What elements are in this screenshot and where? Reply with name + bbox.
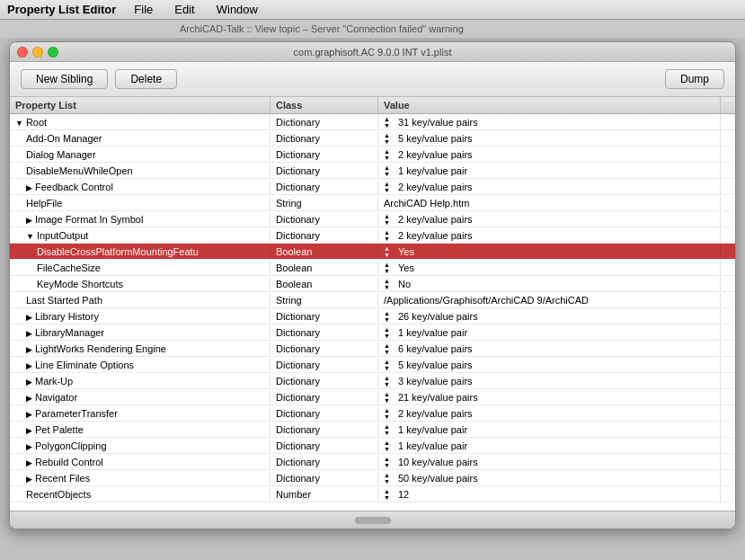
stepper-control[interactable]: ▲▼ bbox=[384, 342, 393, 355]
table-row[interactable]: ▶Image Format In SymbolDictionary▲▼2 key… bbox=[10, 211, 735, 227]
property-name-cell: KeyMode Shortcuts bbox=[10, 278, 271, 290]
property-name-cell: Add-On Manager bbox=[10, 132, 271, 145]
table-row[interactable]: KeyMode ShortcutsBoolean▲▼No bbox=[10, 276, 735, 292]
class-cell: Dictionary bbox=[271, 359, 378, 371]
table-row[interactable]: DisableMenuWhileOpenDictionary▲▼1 key/va… bbox=[10, 163, 735, 179]
stepper-control[interactable]: ▲▼ bbox=[384, 359, 393, 371]
menu-bar: Property List Editor File Edit Window bbox=[0, 0, 745, 20]
stepper-control[interactable]: ▲▼ bbox=[384, 213, 393, 226]
window-title: com.graphisoft.AC 9.0.0 INT v1.plist bbox=[17, 47, 728, 58]
stepper-control[interactable]: ▲▼ bbox=[384, 116, 393, 129]
property-name-cell: Dialog Manager bbox=[10, 148, 271, 161]
table-row[interactable]: Last Started PathString/Applications/Gra… bbox=[10, 292, 735, 308]
property-name-cell: DisableMenuWhileOpen bbox=[10, 164, 271, 177]
value-cell: ▲▼10 key/value pairs bbox=[378, 455, 721, 469]
stepper-control[interactable]: ▲▼ bbox=[384, 262, 393, 274]
table-row[interactable]: ▼InputOutputDictionary▲▼2 key/value pair… bbox=[10, 227, 735, 244]
dump-button[interactable]: Dump bbox=[665, 69, 724, 89]
table-row[interactable]: ▶Feedback ControlDictionary▲▼2 key/value… bbox=[10, 179, 735, 195]
stepper-control[interactable]: ▲▼ bbox=[384, 278, 393, 290]
value-cell: ▲▼5 key/value pairs bbox=[378, 358, 721, 372]
stepper-control[interactable]: ▲▼ bbox=[384, 181, 393, 193]
table-row[interactable]: ▶Mark-UpDictionary▲▼3 key/value pairs bbox=[10, 373, 735, 389]
value-cell: ▲▼2 key/value pairs bbox=[378, 147, 721, 162]
window-titlebar: com.graphisoft.AC 9.0.0 INT v1.plist bbox=[10, 42, 735, 62]
traffic-lights bbox=[17, 47, 58, 58]
class-cell: Dictionary bbox=[271, 472, 378, 484]
delete-button[interactable]: Delete bbox=[115, 69, 177, 89]
table-row[interactable]: DisableCrossPlatformMountingFeatuBoolean… bbox=[10, 244, 735, 260]
table-row[interactable]: ▶Library HistoryDictionary▲▼26 key/value… bbox=[10, 308, 735, 324]
table-row[interactable]: ▶Recent FilesDictionary▲▼50 key/value pa… bbox=[10, 470, 735, 486]
stepper-control[interactable]: ▲▼ bbox=[384, 375, 393, 387]
maximize-button[interactable] bbox=[48, 47, 58, 58]
expand-arrow-icon[interactable]: ▶ bbox=[26, 426, 32, 435]
stepper-control[interactable]: ▲▼ bbox=[384, 326, 393, 339]
expand-arrow-icon[interactable]: ▶ bbox=[26, 216, 32, 225]
stepper-control[interactable]: ▲▼ bbox=[384, 148, 393, 161]
table-row[interactable]: Dialog ManagerDictionary▲▼2 key/value pa… bbox=[10, 147, 735, 163]
stepper-control[interactable]: ▲▼ bbox=[384, 245, 393, 258]
menu-file[interactable]: File bbox=[130, 2, 156, 17]
property-name-cell: ▶Navigator bbox=[10, 391, 271, 404]
stepper-control[interactable]: ▲▼ bbox=[384, 164, 393, 177]
stepper-control[interactable]: ▲▼ bbox=[384, 229, 393, 242]
property-name-cell: FileCacheSize bbox=[10, 262, 271, 274]
new-sibling-button[interactable]: New Sibling bbox=[21, 69, 108, 89]
expand-arrow-icon[interactable]: ▶ bbox=[26, 361, 32, 370]
property-name-cell: DisableCrossPlatformMountingFeatu bbox=[10, 245, 271, 258]
property-list-table[interactable]: Property List Class Value ▼RootDictionar… bbox=[10, 97, 735, 511]
stepper-control[interactable]: ▲▼ bbox=[384, 407, 393, 420]
close-button[interactable] bbox=[17, 47, 28, 58]
expand-arrow-icon[interactable]: ▶ bbox=[26, 378, 32, 387]
expand-arrow-icon[interactable]: ▶ bbox=[26, 410, 32, 419]
menu-window[interactable]: Window bbox=[213, 2, 262, 17]
property-name-cell: Last Started Path bbox=[10, 294, 271, 307]
class-cell: String bbox=[271, 197, 378, 209]
expand-arrow-icon[interactable]: ▶ bbox=[26, 183, 32, 192]
table-row[interactable]: ▼RootDictionary▲▼31 key/value pairs bbox=[10, 114, 735, 130]
expand-arrow-icon[interactable]: ▶ bbox=[26, 313, 32, 322]
expand-arrow-icon[interactable]: ▶ bbox=[26, 394, 32, 403]
scroll-indicator[interactable] bbox=[355, 517, 391, 524]
expand-arrow-icon[interactable]: ▶ bbox=[26, 442, 32, 451]
expand-arrow-icon[interactable]: ▼ bbox=[15, 119, 23, 128]
stepper-control[interactable]: ▲▼ bbox=[384, 132, 393, 145]
expand-arrow-icon[interactable]: ▶ bbox=[26, 329, 32, 338]
stepper-control[interactable]: ▲▼ bbox=[384, 391, 393, 404]
table-row[interactable]: FileCacheSizeBoolean▲▼Yes bbox=[10, 260, 735, 276]
table-row[interactable]: ▶NavigatorDictionary▲▼21 key/value pairs bbox=[10, 389, 735, 405]
stepper-control[interactable]: ▲▼ bbox=[384, 456, 393, 468]
table-header: Property List Class Value bbox=[10, 97, 735, 114]
table-row[interactable]: ▶Rebuild ControlDictionary▲▼10 key/value… bbox=[10, 454, 735, 470]
table-row[interactable]: HelpFileStringArchiCAD Help.htm bbox=[10, 195, 735, 211]
table-row[interactable]: ▶PolygonClippingDictionary▲▼1 key/value … bbox=[10, 438, 735, 454]
class-cell: Dictionary bbox=[271, 213, 378, 226]
property-name-cell: ▶LibraryManager bbox=[10, 326, 271, 339]
value-cell: ▲▼2 key/value pairs bbox=[378, 212, 721, 227]
header-class: Class bbox=[271, 97, 378, 113]
toolbar-left: New Sibling Delete bbox=[21, 69, 177, 89]
stepper-control[interactable]: ▲▼ bbox=[384, 440, 393, 452]
table-row[interactable]: RecentObjectsNumber▲▼12 bbox=[10, 486, 735, 502]
stepper-control[interactable]: ▲▼ bbox=[384, 472, 393, 484]
stepper-control[interactable]: ▲▼ bbox=[384, 423, 393, 436]
stepper-control[interactable]: ▲▼ bbox=[384, 310, 393, 323]
table-row[interactable]: ▶LightWorks Rendering EngineDictionary▲▼… bbox=[10, 341, 735, 357]
table-row[interactable]: Add-On ManagerDictionary▲▼5 key/value pa… bbox=[10, 130, 735, 147]
property-name-cell: ▶Recent Files bbox=[10, 472, 271, 484]
table-row[interactable]: ▶LibraryManagerDictionary▲▼1 key/value p… bbox=[10, 324, 735, 341]
value-cell: ▲▼2 key/value pairs bbox=[378, 180, 721, 194]
property-name-cell: ▼Root bbox=[10, 116, 271, 129]
stepper-control[interactable]: ▲▼ bbox=[384, 488, 393, 501]
table-row[interactable]: ▶Line Eliminate OptionsDictionary▲▼5 key… bbox=[10, 357, 735, 373]
table-row[interactable]: ▶Pet PaletteDictionary▲▼1 key/value pair bbox=[10, 422, 735, 438]
menu-edit[interactable]: Edit bbox=[171, 2, 198, 17]
expand-arrow-icon[interactable]: ▶ bbox=[26, 475, 32, 484]
expand-arrow-icon[interactable]: ▶ bbox=[26, 458, 32, 467]
expand-arrow-icon[interactable]: ▶ bbox=[26, 345, 32, 354]
table-row[interactable]: ▶ParameterTransferDictionary▲▼2 key/valu… bbox=[10, 405, 735, 422]
value-cell: ArchiCAD Help.htm bbox=[378, 197, 721, 209]
minimize-button[interactable] bbox=[32, 47, 43, 58]
expand-arrow-icon[interactable]: ▼ bbox=[26, 232, 34, 241]
